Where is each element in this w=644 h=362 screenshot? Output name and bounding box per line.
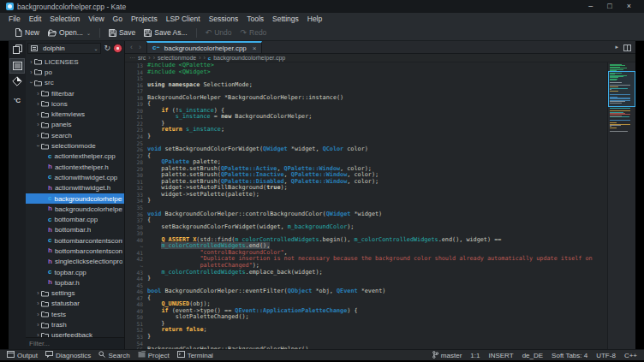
tree-item-bottombarcontentscont[interactable]: hbottombarcontentscont... [26,246,124,256]
stop-button[interactable] [113,44,122,53]
tree-item-bottombar-cpp[interactable]: cbottombar.cpp [26,214,124,224]
tree-item-singleclickselectionproxy[interactable]: hsingleclickselectionproxy... [26,257,124,267]
menu-sessions[interactable]: Sessions [205,15,243,23]
tree-item-licenses[interactable]: ›LICENSES [26,56,124,67]
chevron-expanded-icon[interactable]: › [35,143,41,149]
tree-item-search[interactable]: ›search [26,130,124,140]
document-list-icon[interactable]: ▸ [615,44,618,50]
status-insert[interactable]: INSERT [488,352,513,359]
menu-projects[interactable]: Projects [127,15,162,23]
statusbar-output-button[interactable]: Output [7,351,38,359]
chevron-collapsed-icon[interactable]: › [35,111,41,117]
new-button[interactable]: New [10,27,44,38]
save-button[interactable]: Save [104,27,140,38]
tree-item-trash[interactable]: ›trash [26,319,124,329]
menu-edit[interactable]: Edit [25,15,46,23]
status-c[interactable]: C++ [624,352,637,359]
menu-selection[interactable]: Selection [45,15,84,23]
chevron-collapsed-icon[interactable]: › [35,122,41,128]
chevron-collapsed-icon[interactable]: › [35,290,41,296]
tab-close-icon[interactable]: × [253,45,257,52]
menu-tools[interactable]: Tools [242,15,268,23]
breadcrumb-item-backgroundcolorhelper-cpp[interactable]: backgroundcolorhelper.cpp [213,55,285,61]
dock-button-projects[interactable] [10,75,24,89]
tree-item-tests[interactable]: ›tests [26,309,124,319]
tree-item-actiontexthelper-cpp[interactable]: cactiontexthelper.cpp [26,151,124,162]
reload-project-button[interactable]: ↻ [104,45,110,52]
tree-item-selectionmode[interactable]: ›selectionmode [26,140,124,151]
status-soft-tabs-4[interactable]: Soft Tabs: 4 [552,352,587,359]
nav-forward-icon[interactable]: › [139,43,141,51]
chevron-collapsed-icon[interactable]: › [35,312,41,317]
minimap-line [610,131,628,132]
chevron-collapsed-icon[interactable]: › [28,69,34,75]
status-1-1[interactable]: 1:1 [470,352,480,359]
chevron-collapsed-icon[interactable]: › [28,59,34,65]
status-master[interactable]: master [432,351,462,360]
nav-back-icon[interactable]: ‹ [130,43,133,51]
chevron-collapsed-icon[interactable]: › [35,300,41,306]
save-as-button[interactable]: Save As... [140,27,191,38]
menu-go[interactable]: Go [109,15,127,23]
minimap-viewport[interactable] [608,71,635,107]
tree-item-filterbar[interactable]: ›filterbar [26,88,124,98]
tree-item-statusbar[interactable]: ›statusbar [26,299,124,309]
menu-help[interactable]: Help [303,15,326,23]
filter-input[interactable] [26,340,124,347]
statusbar-project-button[interactable]: Project [138,351,170,359]
statusbar-terminal-button[interactable]: Terminal [177,351,213,359]
minimize-button[interactable]: – [588,3,593,10]
tree-item-icons[interactable]: ›icons [26,98,124,109]
tree-item-actionwithwidget-h[interactable]: hactionwithwidget.h [26,183,124,193]
breadcrumb-overflow-icon[interactable]: ⋯ [129,55,135,62]
statusbar-diagnostics-button[interactable]: Diagnostics [45,351,91,359]
header-file-icon: h [48,185,52,192]
tree-item-bottombar-h[interactable]: hbottombar.h [26,225,124,235]
maximize-button[interactable]: □ [607,3,611,10]
chevron-expanded-icon[interactable]: › [28,80,34,86]
tree-item-topbar-cpp[interactable]: ctopbar.cpp [26,267,124,277]
chevron-collapsed-icon[interactable]: › [35,101,41,107]
menu-file[interactable]: File [4,15,25,23]
menu-view[interactable]: View [84,15,108,23]
open-button[interactable]: Open...⌄ [44,27,95,38]
chevron-collapsed-icon[interactable]: › [35,91,41,97]
tree-item-actiontexthelper-h[interactable]: hactiontexthelper.h [26,162,124,172]
menu-settings[interactable]: Settings [268,15,303,23]
button-label: Open... [59,28,83,37]
tree-item-bottombarcontentscont[interactable]: cbottombarcontentscont... [26,235,124,246]
tree-item-userfeedback[interactable]: ›userfeedback [26,330,124,337]
tree-item-actionwithwidget-cpp[interactable]: cactionwithwidget.cpp [26,172,124,182]
code-editor[interactable]: 13#include <QPalette>14#include <QWidget… [125,62,607,349]
dock-button-symbols[interactable]: ʼC [10,92,24,105]
close-button[interactable]: × [627,3,631,10]
tree-item-backgroundcolorhelper-c[interactable]: cbackgroundcolorhelper.c... [26,193,124,204]
code-line: 21 s_instance = new BackgroundColorHelpe… [125,114,607,121]
tree-item-src[interactable]: ›src [26,78,124,88]
dock-button-documents[interactable] [10,43,24,56]
statusbar-search-button[interactable]: Search [98,351,129,359]
minimap-scrollbar[interactable] [607,62,635,349]
tree-item-settings[interactable]: ›settings [26,288,124,299]
chevron-collapsed-icon[interactable]: › [35,322,41,328]
tree-item-kitemviews[interactable]: ›kitemviews [26,109,124,119]
chevron-down-icon: ⌄ [86,30,91,36]
chevron-collapsed-icon[interactable]: › [35,133,41,139]
breadcrumb-item-src[interactable]: src [138,55,146,61]
breadcrumb-item-selectionmode[interactable]: selectionmode [158,55,196,61]
project-combobox[interactable]: dolphin ⌄ [27,43,101,54]
dock-button-filesystem[interactable] [10,59,24,73]
tree-item-backgroundcolorhelper-h[interactable]: hbackgroundcolorhelper.h [26,204,124,214]
tab-backgroundcolorhelper[interactable]: c⁺⁺ backgroundcolorhelper.cpp × [146,41,262,53]
tree-item-topbar-h[interactable]: htopbar.h [26,277,124,288]
split-view-icon[interactable] [623,39,631,55]
tree-item-po[interactable]: ›po [26,67,124,77]
tree-item-label: kitemviews [51,110,85,118]
cpp-file-icon: c [208,55,211,62]
redo-button[interactable]: ↷Redo [236,27,271,38]
tree-item-panels[interactable]: ›panels [26,120,124,130]
status-utf-8[interactable]: UTF-8 [596,352,616,359]
undo-button[interactable]: ↶Undo [201,27,236,38]
menu-lsp-client[interactable]: LSP Client [162,15,205,23]
status-de-de[interactable]: de_DE [522,352,543,359]
